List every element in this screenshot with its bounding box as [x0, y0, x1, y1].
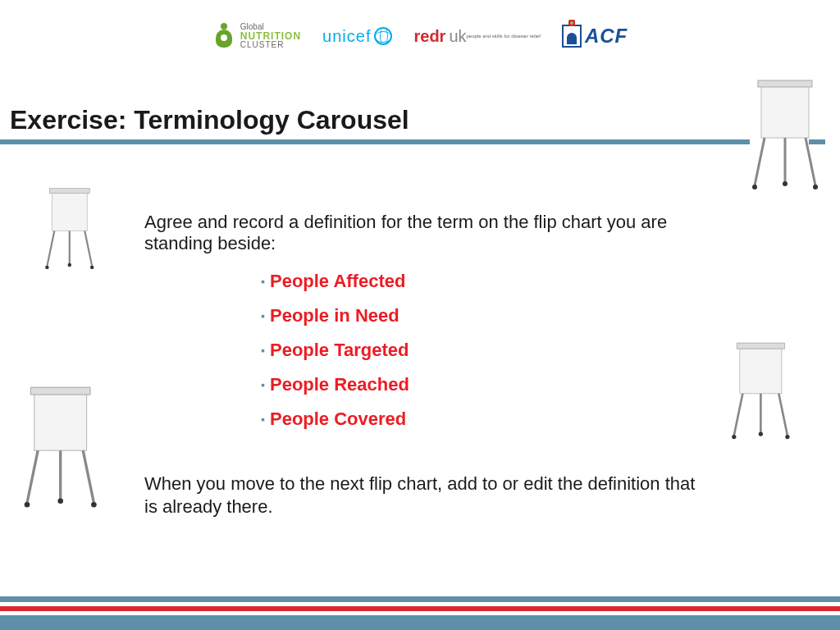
svg-point-22 [91, 502, 97, 508]
svg-point-23 [57, 499, 63, 504]
svg-line-27 [778, 394, 788, 436]
svg-point-14 [90, 266, 94, 269]
svg-point-7 [783, 181, 788, 186]
svg-point-13 [45, 266, 48, 269]
page-title: Exercise: Terminology Carousel [10, 105, 409, 135]
svg-line-19 [83, 450, 94, 503]
acf-text: ACF [585, 25, 628, 48]
svg-rect-25 [737, 343, 784, 349]
gnc-line3: CLUSTER [240, 41, 301, 49]
globe-icon [374, 27, 392, 45]
flipchart-icon [41, 187, 102, 272]
logo-global-nutrition-cluster: Global NUTRITION CLUSTER [212, 20, 301, 52]
svg-rect-0 [761, 84, 809, 138]
logo-bar: Global NUTRITION CLUSTER unicef redruk p… [0, 20, 840, 52]
svg-line-11 [84, 231, 92, 266]
slide: Global NUTRITION CLUSTER unicef redruk p… [0, 0, 840, 630]
redr-text-2: uk [449, 27, 466, 45]
svg-line-3 [806, 138, 815, 185]
term-item: People Targeted [261, 340, 409, 361]
svg-line-10 [47, 231, 54, 266]
svg-point-31 [759, 431, 763, 436]
svg-rect-8 [52, 191, 87, 231]
flipchart-icon [746, 79, 829, 194]
svg-point-5 [752, 185, 757, 189]
term-item: People Reached [261, 374, 409, 395]
outro-text: When you move to the next flip chart, ad… [144, 472, 710, 518]
redr-subtitle: people and skills for disaster relief [467, 34, 541, 39]
svg-line-2 [755, 138, 765, 185]
svg-point-30 [785, 435, 789, 439]
term-item: People Covered [261, 409, 409, 430]
svg-rect-24 [740, 346, 782, 394]
svg-line-26 [734, 394, 743, 436]
svg-point-29 [732, 435, 736, 439]
term-item: People Affected [261, 271, 409, 292]
svg-line-18 [27, 450, 38, 503]
logo-unicef: unicef [322, 20, 392, 52]
svg-rect-1 [758, 80, 812, 87]
unicef-text: unicef [322, 27, 371, 46]
svg-point-21 [25, 502, 30, 508]
footer-stripes [0, 596, 840, 630]
svg-rect-9 [49, 189, 89, 194]
acf-icon [562, 25, 582, 48]
intro-text: Agree and record a definition for the te… [144, 212, 735, 255]
svg-point-6 [813, 185, 818, 189]
logo-redr: redruk people and skills for disaster re… [413, 20, 540, 52]
svg-rect-17 [30, 387, 90, 395]
svg-point-15 [68, 263, 71, 267]
flipchart-icon [18, 386, 108, 512]
title-rule [0, 139, 840, 144]
flipchart-icon [727, 341, 799, 443]
redr-text-1: redr [413, 27, 445, 45]
logo-acf: ACF [562, 20, 628, 52]
svg-rect-16 [34, 391, 87, 451]
term-item: People in Need [261, 305, 409, 326]
gnc-icon [212, 23, 235, 49]
term-list: People Affected People in Need People Ta… [261, 271, 409, 443]
